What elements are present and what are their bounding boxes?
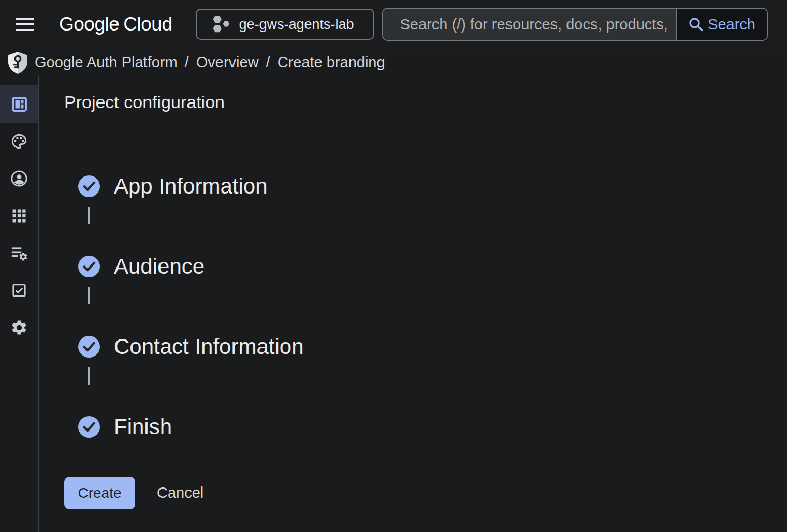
breadcrumb-separator: /	[185, 54, 189, 71]
step-completed-check-icon	[78, 256, 100, 277]
search-icon	[688, 16, 704, 33]
hamburger-menu-icon[interactable]	[16, 14, 34, 35]
person-icon	[10, 170, 28, 187]
left-nav-sidebar	[0, 76, 39, 532]
step-connector	[78, 367, 787, 416]
configuration-stepper: App Information Audience Contact Informa…	[39, 125, 787, 438]
top-bar: GoogleCloud ge-gws-agents-lab Search	[0, 0, 787, 49]
step-finish[interactable]: Finish	[78, 416, 787, 438]
step-connector	[78, 287, 787, 336]
sidebar-item-overview[interactable]	[0, 85, 38, 123]
search-input[interactable]	[383, 9, 676, 40]
breadcrumb-item-create-branding: Create branding	[278, 54, 385, 71]
breadcrumb-separator: /	[266, 54, 270, 71]
project-selector-button[interactable]: ge-gws-agents-lab	[196, 9, 374, 40]
logo-cloud-text: Cloud	[123, 13, 172, 35]
apps-grid-icon	[11, 208, 27, 224]
search-button[interactable]: Search	[676, 9, 767, 40]
sidebar-item-settings[interactable]	[0, 309, 38, 346]
step-contact-information[interactable]: Contact Information	[78, 336, 787, 358]
auth-platform-shield-key-icon	[7, 51, 28, 75]
step-app-information[interactable]: App Information	[78, 175, 787, 197]
project-hexagons-icon	[210, 13, 231, 36]
breadcrumb-item-auth-platform[interactable]: Google Auth Platform	[35, 54, 178, 71]
sidebar-item-audience[interactable]	[0, 160, 38, 197]
page-title: Project configuration	[64, 92, 225, 112]
step-connector	[78, 207, 787, 256]
sidebar-item-data-access[interactable]	[0, 234, 38, 272]
dashboard-icon	[11, 96, 27, 112]
main-content: Project configuration App Information Au…	[39, 76, 787, 532]
search-button-label: Search	[708, 16, 755, 33]
sidebar-item-clients[interactable]	[0, 197, 38, 234]
data-access-icon	[10, 244, 28, 262]
sidebar-item-branding[interactable]	[0, 123, 38, 160]
step-label: Audience	[114, 254, 205, 279]
checkbox-icon	[11, 283, 27, 298]
step-completed-check-icon	[78, 416, 100, 438]
breadcrumb-item-overview[interactable]: Overview	[196, 54, 259, 71]
step-completed-check-icon	[78, 175, 100, 197]
google-cloud-logo: GoogleCloud	[59, 13, 172, 35]
project-name: ge-gws-agents-lab	[239, 17, 354, 33]
palette-icon	[10, 132, 28, 150]
cancel-button[interactable]: Cancel	[157, 484, 203, 501]
step-label: App Information	[114, 174, 268, 199]
step-audience[interactable]: Audience	[78, 256, 787, 277]
logo-google-text: Google	[59, 13, 119, 35]
search-box: Search	[382, 8, 768, 41]
page-header: Project configuration	[39, 76, 787, 125]
step-completed-check-icon	[78, 336, 100, 358]
breadcrumb: Google Auth Platform / Overview / Create…	[0, 49, 787, 76]
step-label: Contact Information	[114, 334, 304, 359]
form-actions: Create Cancel	[64, 477, 787, 509]
sidebar-item-verification[interactable]	[0, 272, 38, 309]
gear-icon	[10, 319, 28, 336]
create-button[interactable]: Create	[64, 477, 135, 509]
step-label: Finish	[114, 415, 172, 439]
